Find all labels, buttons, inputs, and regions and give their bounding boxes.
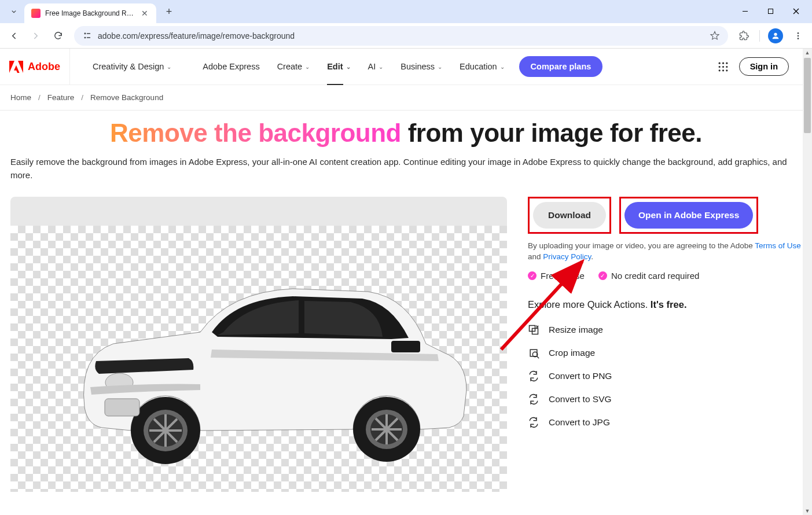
chevron-down-icon: ⌄ — [305, 64, 310, 70]
scroll-thumb[interactable] — [804, 58, 811, 133]
crumb-home[interactable]: Home — [10, 93, 31, 102]
nav-edit[interactable]: Edit⌄ — [318, 49, 359, 85]
check-icon: ✓ — [598, 271, 607, 280]
browser-menu-icon[interactable] — [789, 27, 807, 45]
perk-nocard: ✓No credit card required — [598, 271, 700, 281]
svg-point-4 — [84, 33, 86, 35]
svg-point-14 — [726, 62, 728, 64]
nav-label: Adobe Express — [203, 62, 259, 71]
qa-crop[interactable]: Crop image — [528, 347, 802, 359]
chevron-down-icon: ⌄ — [167, 64, 171, 70]
crumb-current: Remove Background — [90, 93, 163, 102]
forward-button[interactable] — [27, 27, 45, 45]
page-subtitle: Easily remove the background from images… — [10, 156, 802, 182]
qa-convert-png[interactable]: Convert to PNG — [528, 370, 802, 382]
chevron-down-icon: ⌄ — [438, 64, 442, 70]
action-buttons-row: Download Open in Adobe Express — [528, 197, 802, 234]
svg-point-10 — [798, 35, 799, 36]
nav-label: Education — [460, 62, 497, 71]
svg-rect-36 — [105, 399, 139, 416]
compare-plans-button[interactable]: Compare plans — [519, 56, 603, 77]
terms-link[interactable]: Terms of Use — [755, 241, 801, 250]
url-text: adobe.com/express/feature/image/remove-b… — [98, 31, 704, 41]
svg-point-16 — [722, 65, 724, 67]
svg-rect-5 — [87, 33, 90, 34]
check-icon: ✓ — [528, 271, 537, 280]
disclaimer-and: and — [528, 252, 543, 261]
browser-tab[interactable]: Free Image Background Remov ✕ — [24, 3, 156, 23]
nav-create[interactable]: Create⌄ — [269, 49, 319, 85]
nav-ai[interactable]: AI⌄ — [359, 49, 392, 85]
crumb-feature[interactable]: Feature — [47, 93, 75, 102]
scroll-up-arrow[interactable]: ▲ — [804, 50, 810, 56]
svg-point-13 — [722, 62, 724, 64]
bookmark-star-icon[interactable] — [710, 31, 720, 41]
nav-label: Create — [277, 62, 303, 71]
qa-label: Resize image — [549, 325, 603, 335]
svg-point-11 — [798, 38, 799, 39]
maximize-button[interactable] — [758, 2, 783, 20]
tab-search-button[interactable] — [6, 3, 22, 20]
svg-point-20 — [726, 69, 728, 71]
svg-point-9 — [798, 32, 799, 34]
profile-avatar[interactable] — [768, 28, 783, 43]
address-bar[interactable]: adobe.com/express/feature/image/remove-b… — [74, 26, 728, 46]
reload-button[interactable] — [49, 27, 67, 45]
site-info-icon[interactable] — [82, 31, 92, 41]
adobe-logo-text: Adobe — [28, 61, 60, 73]
qa-resize[interactable]: Resize image — [528, 324, 802, 336]
minimize-button[interactable] — [732, 2, 758, 20]
crumb-separator: / — [81, 93, 83, 102]
scroll-down-arrow[interactable]: ▼ — [804, 508, 810, 514]
toolbar-divider — [759, 30, 760, 42]
disclaimer-text: By uploading your image or video, you ar… — [528, 241, 755, 250]
svg-rect-1 — [768, 9, 773, 13]
nav-label: AI — [368, 62, 376, 71]
page-scrollbar[interactable]: ▲ ▼ — [803, 49, 812, 515]
resize-icon — [528, 324, 539, 336]
perk-label: Free to use — [541, 271, 585, 281]
open-highlight: Open in Adobe Express — [619, 197, 758, 234]
quick-actions-list: Resize image Crop image Convert to PNG C… — [528, 324, 802, 428]
chevron-down-icon: ⌄ — [500, 64, 505, 70]
explore-text: Explore more Quick Actions. — [528, 299, 651, 310]
download-button[interactable]: Download — [533, 202, 606, 229]
tab-close-button[interactable]: ✕ — [140, 9, 149, 18]
actions-panel: Download Open in Adobe Express By upload… — [528, 197, 802, 492]
upload-disclaimer: By uploading your image or video, you ar… — [528, 241, 802, 263]
qa-convert-jpg[interactable]: Convert to JPG — [528, 417, 802, 428]
nav-label: Business — [401, 62, 435, 71]
title-rest: from your image for free. — [401, 119, 702, 147]
qa-convert-svg[interactable]: Convert to SVG — [528, 393, 802, 405]
back-button[interactable] — [5, 27, 23, 45]
svg-line-42 — [537, 356, 539, 358]
preview-canvas[interactable] — [10, 226, 507, 492]
nav-business[interactable]: Business⌄ — [392, 49, 451, 85]
qa-label: Crop image — [549, 348, 595, 358]
privacy-link[interactable]: Privacy Policy — [543, 252, 591, 261]
svg-point-6 — [84, 37, 86, 39]
nav-creativity[interactable]: Creativity & Design⌄ — [69, 49, 194, 84]
hero-section: Remove the background from your image fo… — [0, 111, 812, 182]
page-content: ▲ ▼ Adobe Creativity & Design⌄ Adobe Exp… — [0, 49, 812, 515]
close-window-button[interactable] — [783, 2, 809, 20]
nav-label: Creativity & Design — [93, 62, 164, 71]
nav-label: Edit — [327, 62, 343, 71]
crumb-separator: / — [38, 93, 41, 102]
app-launcher-icon[interactable] — [718, 61, 729, 72]
adobe-logo[interactable]: Adobe — [0, 61, 69, 73]
nav-adobe-express[interactable]: Adobe Express — [194, 49, 268, 85]
convert-icon — [528, 417, 539, 428]
tab-title: Free Image Background Remov — [45, 9, 135, 17]
disclaimer-suffix: . — [591, 252, 593, 261]
signin-button[interactable]: Sign in — [739, 57, 789, 76]
new-tab-button[interactable]: + — [161, 3, 177, 20]
svg-rect-7 — [87, 37, 90, 38]
chevron-down-icon: ⌄ — [379, 64, 383, 70]
svg-rect-37 — [391, 341, 420, 352]
perks-row: ✓Free to use ✓No credit card required — [528, 271, 802, 281]
nav-education[interactable]: Education⌄ — [451, 49, 513, 85]
open-in-express-button[interactable]: Open in Adobe Express — [624, 202, 753, 229]
extensions-icon[interactable] — [735, 27, 754, 45]
qa-label: Convert to JPG — [549, 417, 610, 428]
